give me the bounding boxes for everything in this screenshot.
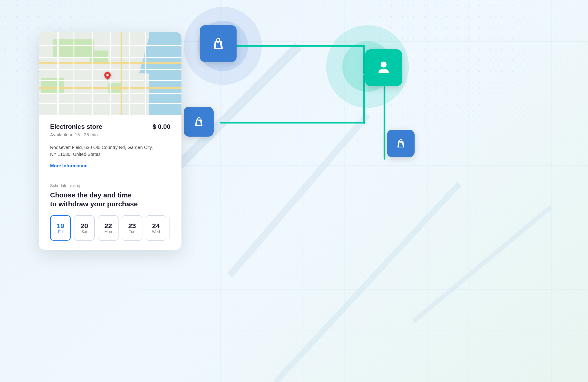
day-name-tue: Tue <box>129 230 136 234</box>
road-v3 <box>92 32 93 115</box>
day-cell-fri[interactable]: 19 Fri <box>50 215 71 241</box>
day-num-mon: 22 <box>104 222 112 230</box>
store-header: Electronics store $ 0.00 <box>50 123 170 130</box>
svg-line-4 <box>413 207 551 322</box>
day-name-sat: Sat <box>81 230 87 234</box>
road-v1 <box>57 32 59 115</box>
day-num-fri: 19 <box>57 222 64 230</box>
road-yellow-v1 <box>121 32 122 115</box>
connection-line-top-v <box>363 45 365 75</box>
schedule-title: Choose the day and timeto withdraw your … <box>50 191 170 208</box>
road-v2 <box>74 32 74 115</box>
card-content: Electronics store $ 0.00 Available in 15… <box>39 115 181 250</box>
divider <box>50 176 170 176</box>
shopping-bag-bottom-right-icon <box>387 130 415 157</box>
day-num-sat: 20 <box>80 222 88 230</box>
road-v5 <box>129 32 130 115</box>
connection-line-right-v <box>384 75 385 160</box>
day-cell-thu[interactable]: 2 Th <box>169 215 170 241</box>
road-v6 <box>145 32 146 115</box>
store-card: Electronics store $ 0.00 Available in 15… <box>39 32 181 250</box>
svg-point-5 <box>380 61 387 67</box>
node-halo-top-inner <box>198 21 248 71</box>
day-picker: 19 Fri 20 Sat 22 Mon 23 Tue 24 Wed 2 Th <box>50 215 170 241</box>
store-availability: Available in 15 - 35 min <box>50 132 170 138</box>
grid-lines <box>138 0 588 382</box>
day-name-wed: Wed <box>152 230 160 234</box>
connection-line-left-h <box>220 122 364 123</box>
day-cell-wed[interactable]: 24 Wed <box>146 215 166 241</box>
node-halo-green-outer <box>326 25 409 108</box>
node-halo-top-outer <box>184 7 262 85</box>
svg-line-3 <box>276 184 459 382</box>
schedule-label: Schedule pick up <box>50 183 170 188</box>
bag-icon-top <box>209 34 227 53</box>
connection-line-top-h <box>220 45 364 47</box>
svg-line-1 <box>161 46 299 184</box>
store-price: $ 0.00 <box>152 123 170 130</box>
store-address: Roosevelt Field, 630 Old Country Rd, Gar… <box>50 144 170 158</box>
day-num-tue: 23 <box>128 222 136 230</box>
day-cell-tue[interactable]: 23 Tue <box>122 215 142 241</box>
day-name-mon: Mon <box>104 230 112 234</box>
day-name-fri: Fri <box>58 230 63 234</box>
bag-icon-right <box>394 137 408 150</box>
shopping-bag-left-icon <box>184 107 214 137</box>
shopping-bag-top-icon <box>200 25 237 62</box>
person-icon <box>374 59 393 77</box>
road-lines <box>138 0 588 382</box>
network-map <box>138 0 588 382</box>
store-name: Electronics store <box>50 123 102 130</box>
connection-line-left-v <box>363 75 365 124</box>
node-halo-green-inner <box>342 41 393 92</box>
map-preview <box>39 32 181 115</box>
svg-line-0 <box>161 46 299 184</box>
user-center-icon <box>365 49 402 86</box>
day-num-wed: 24 <box>152 222 160 230</box>
day-cell-mon[interactable]: 22 Mon <box>98 215 119 241</box>
day-cell-sat[interactable]: 20 Sat <box>74 215 95 241</box>
bag-icon-left <box>191 114 206 129</box>
more-info-link[interactable]: More Information <box>50 163 87 168</box>
map-pin <box>104 72 111 78</box>
svg-line-2 <box>230 115 368 276</box>
